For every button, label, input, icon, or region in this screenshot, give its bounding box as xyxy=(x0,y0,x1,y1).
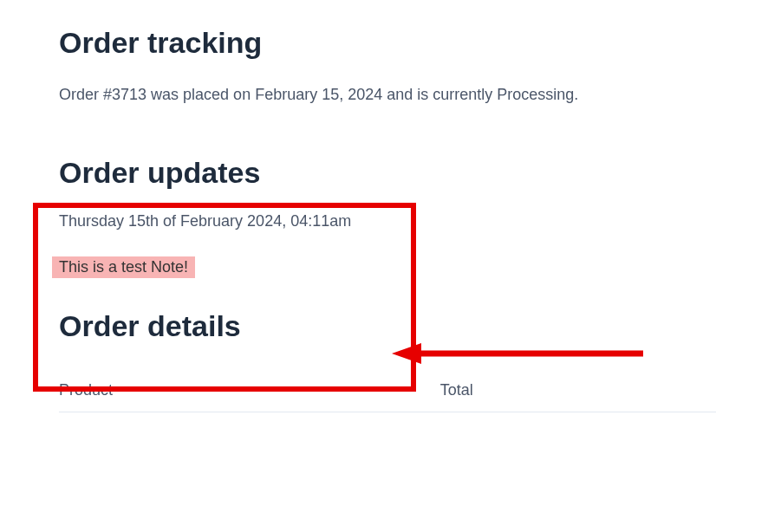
table-header-row: Product Total xyxy=(59,369,716,412)
column-header-product: Product xyxy=(59,369,440,412)
page-title: Order tracking xyxy=(59,26,716,60)
update-timestamp: Thursday 15th of February 2024, 04:11am xyxy=(59,212,716,230)
column-header-total: Total xyxy=(440,369,716,412)
page-content: Order tracking Order #3713 was placed on… xyxy=(0,0,768,412)
order-details-table: Product Total xyxy=(59,369,716,412)
order-details-heading: Order details xyxy=(59,309,716,343)
annotation-arrow-icon xyxy=(392,341,652,366)
order-note-text: This is a test Note! xyxy=(52,256,195,278)
order-updates-heading: Order updates xyxy=(59,156,716,190)
order-status-text: Order #3713 was placed on February 15, 2… xyxy=(59,86,716,104)
svg-marker-1 xyxy=(392,343,421,364)
order-updates-section: Order updates Thursday 15th of February … xyxy=(59,156,716,278)
